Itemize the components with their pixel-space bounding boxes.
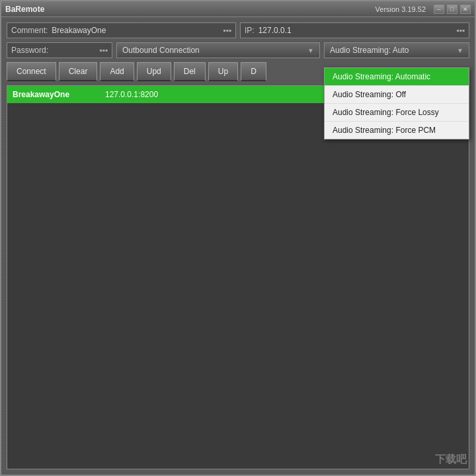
close-button[interactable]: ✕ — [460, 5, 471, 14]
password-dots-button[interactable]: ▪▪▪ — [95, 43, 112, 58]
watermark: 下载吧 — [435, 453, 467, 467]
audio-streaming-arrow: ▼ — [457, 47, 463, 54]
audio-streaming-dropdown[interactable]: Audio Streaming: Auto ▼ — [324, 42, 469, 58]
title-bar-controls: Version 3.19.52 – □ ✕ — [376, 5, 471, 14]
comment-value: BreakawayOne — [52, 26, 219, 35]
up-button[interactable]: Up — [208, 62, 238, 81]
main-window: BaRemote Version 3.19.52 – □ ✕ Comment: … — [0, 0, 476, 476]
app-title: BaRemote — [5, 5, 44, 14]
connection-type-label: Outbound Connection — [122, 46, 200, 55]
audio-streaming-dropdown-menu: Audio Streaming: Automatic Audio Streami… — [324, 67, 469, 139]
dropdown-item-lossy[interactable]: Audio Streaming: Force Lossy — [325, 104, 469, 122]
password-label: Password: — [7, 43, 52, 58]
comment-label: Comment: — [7, 23, 52, 38]
ip-dots-button[interactable]: ▪▪▪ — [452, 23, 469, 38]
connection-list: BreakawayOne 127.0.0.1:8200 — [7, 85, 469, 469]
down-button[interactable]: D — [241, 62, 266, 81]
dropdown-item-off-label: Audio Streaming: Off — [333, 90, 406, 99]
ip-label: IP: — [241, 23, 258, 38]
connect-button[interactable]: Connect — [7, 62, 56, 81]
row-comment-ip: Comment: BreakawayOne ▪▪▪ IP: 127.0.0.1 … — [7, 22, 469, 38]
dropdown-item-lossy-label: Audio Streaming: Force Lossy — [333, 108, 439, 117]
comment-group: Comment: BreakawayOne ▪▪▪ — [7, 22, 236, 38]
maximize-button[interactable]: □ — [447, 5, 457, 14]
connection-name-0: BreakawayOne — [13, 90, 92, 99]
version-label: Version 3.19.52 — [376, 5, 426, 13]
connection-type-arrow: ▼ — [307, 47, 314, 54]
password-group: Password: ▪▪▪ — [7, 42, 112, 58]
add-button[interactable]: Add — [100, 62, 134, 81]
row-password-connection: Password: ▪▪▪ Outbound Connection ▼ Audi… — [7, 42, 469, 58]
clear-button[interactable]: Clear — [59, 62, 98, 81]
ip-group: IP: 127.0.0.1 ▪▪▪ — [240, 22, 469, 38]
dropdown-item-pcm-label: Audio Streaming: Force PCM — [333, 126, 436, 135]
comment-dots-button[interactable]: ▪▪▪ — [219, 23, 235, 38]
connection-ip-0: 127.0.0.1:8200 — [105, 90, 158, 99]
ip-value: 127.0.0.1 — [258, 26, 453, 35]
upd-button[interactable]: Upd — [137, 62, 171, 81]
dropdown-item-off[interactable]: Audio Streaming: Off — [325, 86, 469, 104]
minimize-button[interactable]: – — [434, 5, 444, 14]
dropdown-item-automatic-label: Audio Streaming: Automatic — [333, 72, 430, 81]
title-bar: BaRemote Version 3.19.52 – □ ✕ — [1, 1, 475, 17]
dropdown-item-automatic[interactable]: Audio Streaming: Automatic — [325, 68, 469, 86]
del-button[interactable]: Del — [174, 62, 206, 81]
audio-streaming-label: Audio Streaming: Auto — [330, 46, 409, 55]
connection-type-dropdown[interactable]: Outbound Connection ▼ — [116, 42, 320, 58]
dropdown-item-pcm[interactable]: Audio Streaming: Force PCM — [325, 122, 469, 139]
